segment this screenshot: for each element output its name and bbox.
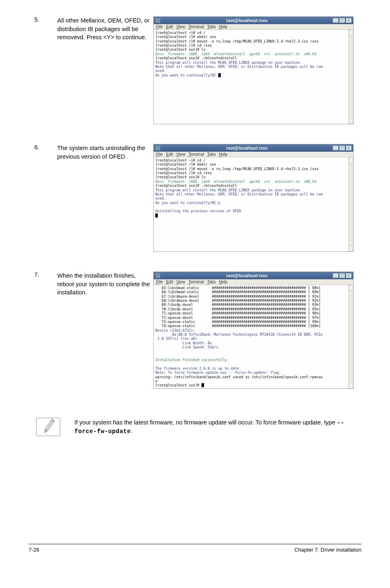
step-text: All other Mellanox, OEM, OFED, or distri… (57, 16, 153, 42)
menu-file[interactable]: File (155, 280, 164, 284)
cursor (202, 383, 204, 387)
minimize-button[interactable]: _ (333, 146, 338, 150)
menu-view[interactable]: View (175, 280, 186, 284)
menu-file[interactable]: File (155, 25, 164, 29)
terminal-screenshot-5: root@localhost:/xxx _ □ × File Edit View… (153, 16, 361, 124)
step-text: When the installation finishes, reboot y… (57, 272, 153, 297)
step-6: 6. The system starts uninstalling the pr… (29, 144, 361, 252)
step-text: The system starts uninstalling the previ… (57, 144, 153, 161)
note-block: If your system has the latest firmware, … (36, 417, 361, 436)
terminal-title: root@localhost:/xxx (162, 146, 332, 150)
menu-help[interactable]: Help (218, 25, 229, 29)
terminal-menubar: File Edit View Terminal Tabs Help (154, 152, 353, 157)
menu-terminal[interactable]: Terminal (188, 152, 205, 157)
step-number: 7. (29, 272, 57, 278)
terminal-screenshot-7: root@localhost:/xxx _ □ × File Edit View… (153, 272, 361, 389)
pencil-icon (36, 417, 61, 436)
menu-terminal[interactable]: Terminal (188, 280, 205, 284)
terminal-icon (155, 18, 160, 23)
chapter-title: Chapter 7: Driver installation (294, 547, 361, 553)
terminal-output: [root@localhost ~]# cd / [root@localhost… (154, 157, 348, 251)
terminal-menubar: File Edit View Terminal Tabs Help (154, 24, 353, 30)
terminal-output: [root@localhost ~]# cd / [root@localhost… (154, 30, 348, 124)
scrollbar[interactable] (348, 30, 353, 124)
menu-help[interactable]: Help (218, 152, 229, 157)
cursor (155, 213, 158, 218)
step-number: 5. (29, 16, 57, 23)
maximize-button[interactable]: □ (339, 273, 345, 278)
menu-view[interactable]: View (175, 25, 186, 29)
page-number: 7-26 (29, 547, 39, 553)
terminal-titlebar: root@localhost:/xxx _ □ × (154, 272, 353, 279)
menu-tabs[interactable]: Tabs (206, 152, 217, 157)
scrollbar[interactable] (348, 157, 353, 251)
terminal-icon (155, 146, 160, 150)
step-number: 6. (29, 144, 57, 150)
terminal-icon (155, 273, 160, 278)
terminal-titlebar: root@localhost:/xxx _ □ × (154, 17, 353, 24)
note-text: If your system has the latest firmware, … (74, 417, 361, 436)
menu-edit[interactable]: Edit (165, 280, 174, 284)
terminal-title: root@localhost:/xxx (162, 274, 332, 278)
close-button[interactable]: × (346, 273, 352, 278)
menu-view[interactable]: View (175, 152, 186, 157)
menu-tabs[interactable]: Tabs (206, 25, 217, 29)
menu-edit[interactable]: Edit (165, 25, 174, 29)
minimize-button[interactable]: _ (333, 18, 338, 23)
menu-help[interactable]: Help (218, 280, 229, 284)
menu-terminal[interactable]: Terminal (188, 25, 205, 29)
step-7: 7. When the installation finishes, reboo… (29, 272, 361, 389)
minimize-button[interactable]: _ (333, 273, 338, 278)
menu-tabs[interactable]: Tabs (206, 280, 217, 284)
cursor (218, 73, 221, 77)
close-button[interactable]: × (346, 146, 352, 150)
step-5: 5. All other Mellanox, OEM, OFED, or dis… (29, 16, 361, 124)
maximize-button[interactable]: □ (339, 18, 345, 23)
terminal-screenshot-6: root@localhost:/xxx _ □ × File Edit View… (153, 144, 361, 252)
menu-edit[interactable]: Edit (165, 152, 174, 157)
menu-file[interactable]: File (155, 152, 164, 157)
terminal-titlebar: root@localhost:/xxx _ □ × (154, 144, 353, 152)
terminal-title: root@localhost:/xxx (162, 18, 332, 23)
terminal-output: 65:libibmad-static #####################… (154, 285, 348, 388)
page-footer: 7-26 Chapter 7: Driver installation (29, 544, 361, 553)
maximize-button[interactable]: □ (339, 146, 345, 150)
terminal-menubar: File Edit View Terminal Tabs Help (154, 279, 353, 285)
close-button[interactable]: × (346, 18, 352, 23)
scrollbar[interactable] (348, 285, 353, 388)
